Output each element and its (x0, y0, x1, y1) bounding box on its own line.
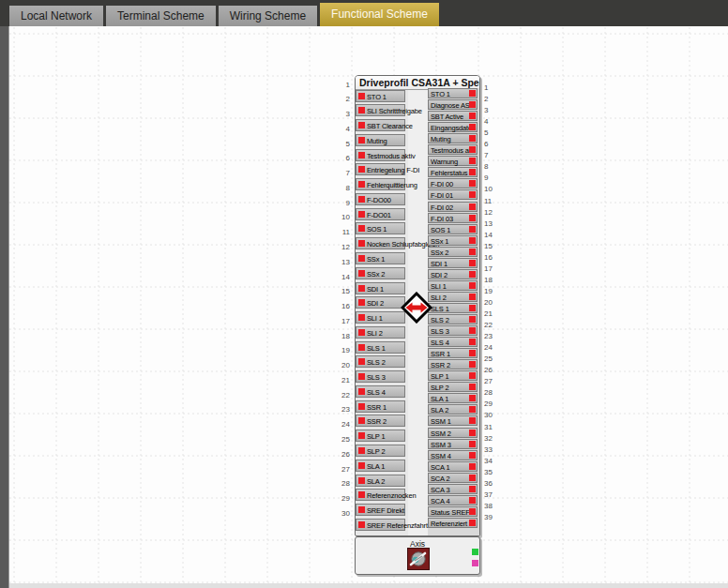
pin-connector-square[interactable] (358, 299, 365, 306)
pin-connector-square[interactable] (469, 204, 476, 210)
pin-connector-square[interactable] (469, 191, 476, 198)
pin-connector-square[interactable] (469, 463, 476, 470)
output-pin[interactable]: SLS 3 (428, 325, 478, 336)
pin-connector-square[interactable] (469, 101, 476, 108)
pin-connector-square[interactable] (469, 90, 476, 97)
output-pin[interactable]: Eingangsdaten gültig (428, 122, 478, 132)
pin-connector-square[interactable] (358, 403, 365, 410)
pin-connector-square[interactable] (358, 314, 365, 321)
output-pin[interactable]: SOS 1 (428, 224, 478, 234)
pin-connector-square[interactable] (358, 417, 365, 424)
output-pin[interactable]: SLS 1 (428, 303, 478, 313)
pin-connector-square[interactable] (469, 441, 476, 447)
pin-connector-square[interactable] (469, 282, 476, 289)
input-pin[interactable]: SDI 2 (356, 296, 405, 309)
pin-connector-square[interactable] (358, 181, 365, 188)
output-pin[interactable]: SSM 3 (428, 439, 478, 449)
output-pin[interactable]: Status SREF (428, 506, 478, 517)
pin-connector-square[interactable] (469, 327, 476, 334)
input-pin[interactable]: Muting (356, 134, 405, 146)
pin-connector-square[interactable] (358, 329, 365, 336)
output-pin[interactable]: SSx 1 (428, 235, 478, 246)
pin-connector-square[interactable] (358, 196, 365, 203)
pin-connector-square[interactable] (358, 358, 365, 365)
pin-connector-square[interactable] (469, 113, 476, 119)
pin-connector-square[interactable] (358, 240, 365, 247)
output-pin[interactable]: Referenziert (428, 518, 478, 528)
output-pin[interactable]: SDI 1 (428, 258, 478, 268)
output-pin[interactable]: SSM 1 (428, 415, 478, 426)
input-pin[interactable]: SLA 2 (356, 475, 405, 487)
output-pin[interactable]: SLS 2 (428, 314, 478, 324)
output-pin[interactable]: F-DI 02 (428, 202, 478, 212)
input-pin[interactable]: SDI 1 (356, 282, 405, 294)
output-pin[interactable]: SCA 2 (428, 473, 478, 483)
pin-connector-square[interactable] (358, 255, 365, 262)
input-pin[interactable]: SLP 2 (356, 445, 405, 457)
output-pin[interactable]: SCA 4 (428, 495, 478, 505)
output-pin[interactable]: SSR 2 (428, 359, 478, 369)
input-pin[interactable]: Nocken Schlupfabgleich (356, 237, 405, 249)
input-pin[interactable]: SLS 4 (356, 385, 405, 398)
output-pin[interactable]: Warnung (428, 156, 478, 166)
output-pin[interactable]: F-DI 03 (428, 213, 478, 223)
pin-connector-square[interactable] (358, 225, 365, 232)
input-pin[interactable]: SLS 1 (356, 341, 405, 354)
pin-connector-square[interactable] (469, 305, 476, 311)
motor-icon[interactable] (407, 548, 430, 570)
output-pin[interactable]: Muting (428, 133, 478, 143)
input-pin[interactable]: STO 1 (356, 90, 405, 102)
input-pin[interactable]: SSx 1 (356, 252, 405, 264)
output-pin[interactable]: STO 1 (428, 88, 478, 98)
output-pin[interactable]: Diagnose ASF (428, 99, 478, 110)
input-pin[interactable]: Testmodus aktiv (356, 149, 405, 161)
pin-connector-square[interactable] (469, 497, 476, 504)
output-pin[interactable]: SDI 2 (428, 269, 478, 279)
input-pin[interactable]: Entriegelung F-DI (356, 163, 405, 175)
pin-connector-square[interactable] (358, 521, 365, 528)
pin-connector-square[interactable] (469, 146, 476, 153)
pin-connector-square[interactable] (469, 237, 476, 244)
pin-connector-square[interactable] (469, 226, 476, 233)
input-pin[interactable]: SSR 1 (356, 400, 405, 413)
pin-connector-square[interactable] (469, 406, 476, 413)
output-pin[interactable]: SBT Active (428, 111, 478, 121)
output-pin[interactable]: SSM 2 (428, 428, 478, 438)
pin-connector-square[interactable] (358, 344, 365, 351)
input-pin[interactable]: SLI 2 (356, 326, 405, 339)
pin-connector-square[interactable] (469, 316, 476, 323)
pin-connector-square[interactable] (358, 477, 365, 484)
pin-connector-square[interactable] (358, 152, 365, 158)
pin-connector-square[interactable] (469, 169, 476, 175)
output-pin[interactable]: SLI 1 (428, 280, 478, 291)
input-pin[interactable]: SLI 1 (356, 311, 405, 324)
pin-connector-square[interactable] (358, 93, 365, 99)
pin-connector-square[interactable] (469, 452, 476, 459)
output-pin[interactable]: Fehlerstatus (428, 167, 478, 177)
pin-connector-square[interactable] (358, 270, 365, 277)
pin-connector-square[interactable] (469, 361, 476, 368)
input-pin[interactable]: SLI Schrittfreigabe (356, 104, 405, 116)
pin-connector-square[interactable] (469, 372, 476, 379)
output-pin[interactable]: SLA 1 (428, 393, 478, 403)
pin-connector-square[interactable] (469, 271, 476, 278)
input-pin[interactable]: Referenznocken (356, 489, 405, 501)
axis-section[interactable]: Axis (355, 536, 480, 575)
output-pin[interactable]: F-DI 00 (428, 178, 478, 188)
pin-connector-square[interactable] (358, 137, 365, 143)
output-pin[interactable]: SLP 2 (428, 382, 478, 392)
pin-connector-square[interactable] (469, 215, 476, 221)
input-pin[interactable]: SLA 1 (356, 460, 405, 472)
pin-connector-square[interactable] (358, 211, 365, 218)
input-pin[interactable]: SSR 2 (356, 415, 405, 427)
pin-connector-square[interactable] (358, 166, 365, 173)
output-pin[interactable]: SLP 1 (428, 370, 478, 381)
pin-connector-square[interactable] (469, 135, 476, 142)
output-pin[interactable]: SCA 1 (428, 461, 478, 472)
output-pin[interactable]: Testmodus aktiv (428, 144, 478, 155)
pin-connector-square[interactable] (469, 475, 476, 481)
pin-connector-square[interactable] (358, 462, 365, 469)
pin-connector-square[interactable] (469, 417, 476, 424)
pin-connector-square[interactable] (469, 430, 476, 436)
input-pin[interactable]: SLS 2 (356, 355, 405, 368)
